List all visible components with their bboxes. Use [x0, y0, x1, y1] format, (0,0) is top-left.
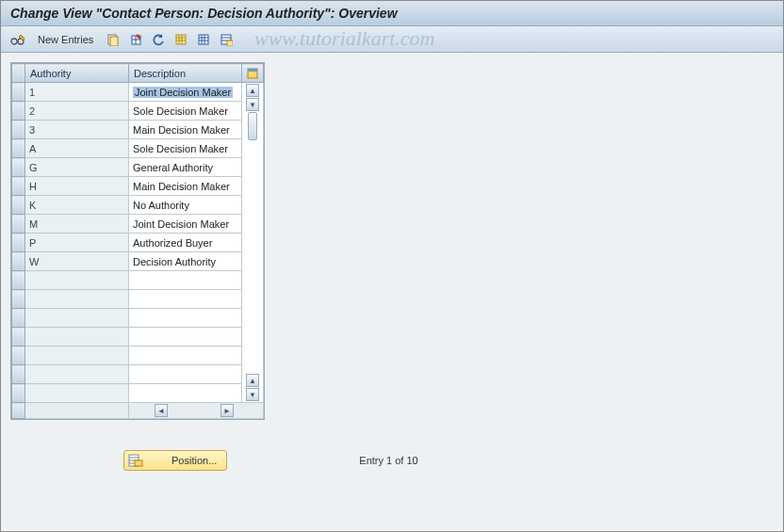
description-cell[interactable]: [129, 309, 242, 328]
description-cell[interactable]: Sole Decision Maker: [129, 102, 242, 121]
svg-rect-10: [248, 69, 257, 72]
table-settings-button[interactable]: [242, 64, 264, 83]
table-config-icon: [247, 68, 258, 79]
row-selector[interactable]: [12, 365, 25, 384]
authority-cell[interactable]: [25, 309, 129, 328]
authority-cell[interactable]: [25, 384, 129, 403]
authority-cell[interactable]: [25, 365, 129, 384]
authority-cell[interactable]: 3: [25, 121, 129, 139]
row-selector[interactable]: [12, 158, 25, 177]
authority-cell[interactable]: 1: [25, 83, 129, 102]
description-cell[interactable]: Joint Decision Maker: [129, 83, 242, 102]
row-selector[interactable]: [12, 196, 25, 215]
description-cell[interactable]: General Authority: [129, 158, 242, 177]
row-selector[interactable]: [12, 252, 25, 271]
authority-cell[interactable]: [25, 271, 129, 290]
table-row: KNo Authority: [12, 196, 264, 215]
description-cell[interactable]: Joint Decision Maker: [129, 215, 242, 234]
scroll-down-button[interactable]: ▼: [246, 98, 259, 111]
copy-as-button[interactable]: [104, 30, 122, 49]
description-cell[interactable]: Main Decision Maker: [129, 121, 242, 139]
table-print-icon: [220, 33, 233, 46]
entry-status-text: Entry 1 of 10: [359, 455, 417, 466]
authority-cell[interactable]: M: [25, 215, 129, 234]
table-row: [12, 365, 264, 384]
table-row: ASole Decision Maker: [12, 139, 264, 158]
authority-cell[interactable]: K: [25, 196, 129, 215]
new-entries-button[interactable]: New Entries: [31, 30, 100, 49]
deselect-all-button[interactable]: [194, 30, 213, 49]
row-selector[interactable]: [12, 139, 25, 158]
column-header-authority[interactable]: Authority: [25, 64, 129, 83]
delete-button[interactable]: [126, 30, 145, 49]
row-selector[interactable]: [12, 102, 25, 121]
row-selector[interactable]: [12, 328, 25, 347]
vertical-scrollbar[interactable]: ▲▼▲▼: [242, 83, 264, 403]
description-cell[interactable]: [129, 384, 242, 403]
scroll-left-button[interactable]: ◄: [155, 404, 168, 417]
scroll-down-bottom-button[interactable]: ▼: [246, 388, 259, 401]
column-header-description[interactable]: Description: [129, 64, 242, 83]
authority-cell[interactable]: [25, 328, 129, 347]
row-selector[interactable]: [12, 83, 25, 102]
position-icon: [128, 454, 143, 467]
description-cell[interactable]: [129, 365, 242, 384]
svg-rect-8: [227, 40, 233, 46]
scroll-up-button[interactable]: ▲: [246, 84, 259, 97]
row-selector[interactable]: [12, 271, 25, 290]
authority-cell[interactable]: [25, 347, 129, 365]
row-selector[interactable]: [12, 215, 25, 234]
toggle-display-change-button[interactable]: [8, 30, 27, 49]
authority-cell[interactable]: W: [25, 252, 129, 271]
table-row: PAuthorized Buyer: [12, 234, 264, 252]
row-selector[interactable]: [12, 347, 25, 365]
svg-rect-3: [110, 37, 118, 46]
select-all-button[interactable]: [172, 30, 190, 49]
position-button[interactable]: Position...: [123, 450, 227, 471]
svg-rect-5: [176, 35, 186, 44]
table-row: HMain Decision Maker: [12, 177, 264, 196]
table-row: [12, 309, 264, 328]
data-table: Authority Description 1Joint Decision Ma…: [11, 63, 264, 419]
description-cell[interactable]: Decision Authority: [129, 252, 242, 271]
row-selector[interactable]: [12, 177, 25, 196]
authority-cell[interactable]: P: [25, 234, 129, 252]
authority-cell[interactable]: H: [25, 177, 129, 196]
description-cell[interactable]: [129, 328, 242, 347]
delete-icon: [129, 33, 142, 46]
description-cell[interactable]: [129, 290, 242, 309]
row-selector-header[interactable]: [12, 64, 25, 83]
description-cell[interactable]: No Authority: [129, 196, 242, 215]
description-cell[interactable]: [129, 271, 242, 290]
authority-cell[interactable]: G: [25, 158, 129, 177]
footer-bar: Position... Entry 1 of 10: [10, 450, 774, 471]
table-row: MJoint Decision Maker: [12, 215, 264, 234]
undo-button[interactable]: [149, 30, 168, 49]
table-row: [12, 328, 264, 347]
scroll-thumb[interactable]: [248, 112, 257, 140]
scroll-up-bottom-button[interactable]: ▲: [246, 374, 259, 387]
row-selector[interactable]: [12, 290, 25, 309]
description-cell[interactable]: Sole Decision Maker: [129, 139, 242, 158]
description-cell[interactable]: [129, 347, 242, 365]
table-row: WDecision Authority: [12, 252, 264, 271]
print-button[interactable]: [217, 30, 236, 49]
authority-cell[interactable]: A: [25, 139, 129, 158]
description-cell[interactable]: Main Decision Maker: [129, 177, 242, 196]
description-cell[interactable]: Authorized Buyer: [129, 234, 242, 252]
table-row: [12, 384, 264, 403]
data-table-frame: Authority Description 1Joint Decision Ma…: [10, 62, 265, 420]
table-row: 1Joint Decision Maker▲▼▲▼: [12, 83, 264, 102]
row-selector[interactable]: [12, 234, 25, 252]
row-selector[interactable]: [12, 309, 25, 328]
authority-cell[interactable]: [25, 290, 129, 309]
deselect-all-icon: [197, 33, 210, 46]
work-area: Authority Description 1Joint Decision Ma…: [1, 53, 783, 530]
table-row: [12, 290, 264, 309]
table-row: [12, 271, 264, 290]
scroll-right-button[interactable]: ►: [220, 404, 234, 417]
row-selector[interactable]: [12, 121, 25, 139]
authority-cell[interactable]: 2: [25, 102, 129, 121]
row-selector[interactable]: [12, 384, 25, 403]
horizontal-scrollbar: ◄ ►: [12, 403, 264, 419]
